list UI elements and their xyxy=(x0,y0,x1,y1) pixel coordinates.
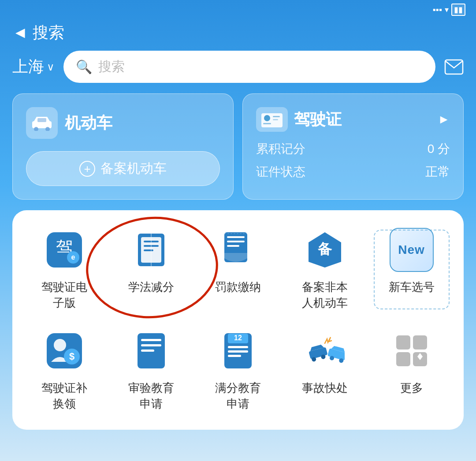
city-selector[interactable]: 上海 ∨ xyxy=(12,56,55,78)
grid-item-audit[interactable]: 审验教育申请 xyxy=(112,329,191,412)
svg-rect-32 xyxy=(141,344,161,346)
svg-text:备: 备 xyxy=(317,241,332,257)
renewal-icon: $ xyxy=(42,329,86,373)
status-value: 正常 xyxy=(425,164,450,180)
back-label[interactable]: ◄ 搜索 xyxy=(12,22,64,44)
license-card[interactable]: 驾驶证 ► 累积记分 0 分 证件状态 正常 xyxy=(242,93,464,200)
new-plate-icon: New xyxy=(390,228,434,272)
edriver-icon: 驾 e xyxy=(42,228,86,272)
renewal-label: 驾驶证补换领 xyxy=(41,380,87,412)
status-label: 证件状态 xyxy=(256,164,305,180)
svg-text:$: $ xyxy=(69,351,74,362)
status-bar: ▪▪▪ ▾ ▮▮ xyxy=(0,0,476,18)
chevron-down-icon: ∨ xyxy=(47,61,55,73)
grid-item-more[interactable]: 更多 xyxy=(372,329,451,412)
svg-rect-38 xyxy=(228,350,248,353)
top-cards: 机动车 + 备案机动车 xyxy=(12,93,464,200)
audit-label: 审验教育申请 xyxy=(128,380,174,412)
svg-rect-22 xyxy=(227,241,245,242)
svg-rect-5 xyxy=(261,113,283,127)
svg-text:12: 12 xyxy=(234,334,242,342)
mail-icon xyxy=(444,59,464,75)
signal-icon: ▪▪▪ xyxy=(433,5,442,15)
grid-item-accident[interactable]: 事故快处 xyxy=(285,329,364,412)
fine-icon xyxy=(216,228,260,272)
svg-rect-33 xyxy=(141,349,154,352)
motor-card-title: 机动车 xyxy=(65,112,112,134)
svg-rect-37 xyxy=(228,346,248,348)
study-icon xyxy=(129,228,173,272)
register-motor-label: 备案机动车 xyxy=(100,160,167,178)
car-icon xyxy=(30,115,53,131)
svg-rect-21 xyxy=(227,236,245,238)
car-icon-wrap xyxy=(26,107,58,139)
grid-item-edriver[interactable]: 驾 e 驾驶证电子版 xyxy=(25,228,104,311)
wifi-icon: ▾ xyxy=(445,5,449,15)
accident-label: 事故快处 xyxy=(302,380,348,396)
license-card-header: 驾驶证 ► xyxy=(256,107,450,132)
grid-item-fulledu[interactable]: 12 满分教育申请 xyxy=(198,329,278,412)
battery-icon: ▮▮ xyxy=(451,4,465,16)
score-label: 累积记分 xyxy=(256,141,305,157)
register-motor-button[interactable]: + 备案机动车 xyxy=(26,151,220,186)
svg-rect-8 xyxy=(273,116,280,117)
svg-text:e: e xyxy=(71,253,75,261)
status-icons: ▪▪▪ ▾ ▮▮ xyxy=(433,4,465,16)
more-icon xyxy=(390,329,434,373)
fine-label: 罚款缴纳 xyxy=(215,279,261,295)
grid-item-renewal[interactable]: $ 驾驶证补换领 xyxy=(25,329,104,412)
id-card-icon xyxy=(260,112,283,127)
search-row: 上海 ∨ 🔍 搜索 xyxy=(0,51,476,93)
license-card-title: 驾驶证 xyxy=(294,109,342,130)
audit-icon xyxy=(129,329,173,373)
new-badge-dots xyxy=(374,230,450,309)
score-value: 0 分 xyxy=(428,141,450,157)
svg-rect-1 xyxy=(32,121,52,128)
svg-rect-9 xyxy=(273,119,278,120)
svg-rect-46 xyxy=(396,335,410,349)
city-name: 上海 xyxy=(12,56,44,78)
svg-point-27 xyxy=(54,339,66,351)
register-icon: 备 xyxy=(303,228,347,272)
plus-circle-icon: + xyxy=(79,161,95,177)
svg-point-6 xyxy=(264,115,270,121)
search-icon: 🔍 xyxy=(76,59,92,74)
main-content: 机动车 + 备案机动车 xyxy=(0,93,476,430)
mail-button[interactable] xyxy=(444,59,464,75)
svg-rect-4 xyxy=(37,118,46,122)
back-nav[interactable]: ◄ 搜索 xyxy=(0,18,476,51)
grid-item-study[interactable]: 学法减分 xyxy=(112,228,191,311)
services-grid: 驾 e 驾驶证电子版 xyxy=(12,210,464,430)
id-icon-wrap xyxy=(256,107,288,132)
license-row-status: 证件状态 正常 xyxy=(256,164,450,180)
grid-item-newplate[interactable]: New 新车选号 xyxy=(372,228,451,311)
svg-rect-7 xyxy=(263,123,271,124)
accident-icon xyxy=(303,329,347,373)
motor-card-header: 机动车 xyxy=(26,107,220,139)
grid-row-2: $ 驾驶证补换领 审验教育申请 xyxy=(21,329,455,412)
fulledu-label: 满分教育申请 xyxy=(215,380,261,412)
search-bar[interactable]: 🔍 搜索 xyxy=(63,51,435,83)
grid-item-register[interactable]: 备 备案非本人机动车 xyxy=(285,228,364,311)
grid-row-1: 驾 e 驾驶证电子版 xyxy=(21,228,455,311)
fulledu-icon: 12 xyxy=(216,329,260,373)
register-label: 备案非本人机动车 xyxy=(302,279,348,311)
svg-rect-48 xyxy=(396,352,410,366)
study-label: 学法减分 xyxy=(128,279,174,295)
license-info: 累积记分 0 分 证件状态 正常 xyxy=(256,141,450,180)
search-placeholder: 搜索 xyxy=(98,58,125,76)
edriver-label: 驾驶证电子版 xyxy=(41,279,87,311)
license-header-left: 驾驶证 xyxy=(256,107,342,132)
motor-card: 机动车 + 备案机动车 xyxy=(12,93,234,200)
license-row-score: 累积记分 0 分 xyxy=(256,141,450,157)
right-arrow-icon: ► xyxy=(438,112,450,126)
svg-rect-0 xyxy=(445,60,463,74)
svg-rect-31 xyxy=(141,339,161,341)
svg-rect-39 xyxy=(228,355,241,357)
grid-item-fine[interactable]: 罚款缴纳 xyxy=(198,228,278,311)
more-label: 更多 xyxy=(400,380,423,396)
svg-rect-47 xyxy=(413,335,427,349)
svg-rect-23 xyxy=(227,245,239,247)
svg-rect-18 xyxy=(144,249,153,251)
